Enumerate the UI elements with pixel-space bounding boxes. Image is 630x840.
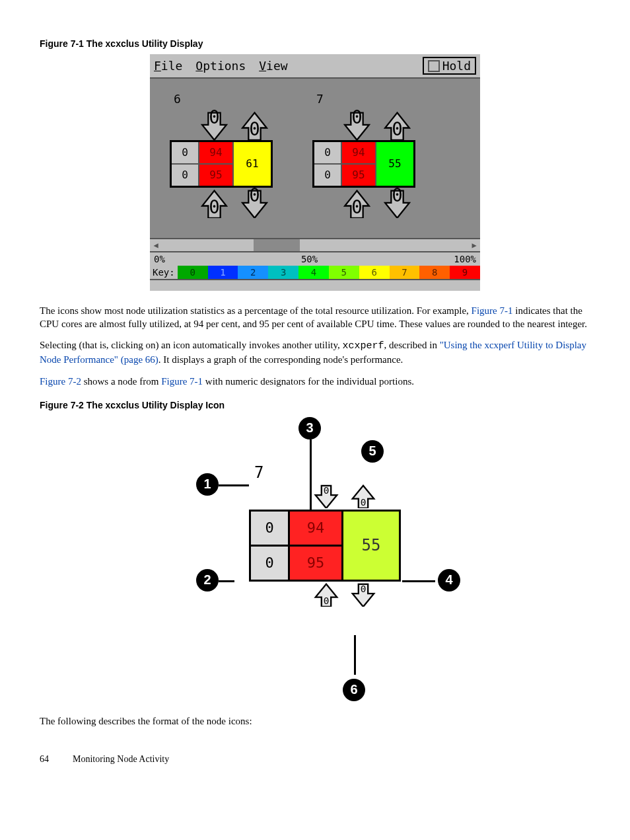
svg-text:0: 0 (351, 196, 363, 217)
key-swatch-3: 3 (268, 266, 298, 279)
leader-line (402, 580, 435, 582)
key-swatch-2: 2 (238, 266, 268, 279)
node-area: 6 0 0 0 0 94 95 61 0 (150, 79, 480, 238)
svg-text:0: 0 (209, 110, 220, 128)
fig2-cpu-1: 95 (290, 545, 341, 580)
fig2-bottom-arrows: 0 0 (289, 583, 401, 607)
menu-file[interactable]: File (154, 59, 182, 73)
menu-options[interactable]: Options (195, 59, 246, 73)
node-7-cpu-0: 94 (342, 142, 375, 163)
node-6-mem: 61 (232, 142, 271, 186)
fig2-mem: 55 (341, 512, 399, 580)
paragraph-3: Figure 7-2 shows a node from Figure 7-1 … (40, 375, 590, 388)
callout-5: 5 (361, 440, 384, 463)
leader-line (354, 635, 356, 675)
fig2-node: 7 0 0 0 0 94 95 55 0 0 (249, 463, 401, 607)
scale-mid: 50% (301, 254, 318, 264)
section-title: Monitoring Node Activity (73, 754, 169, 765)
scale-row: 0% 50% 100% (150, 252, 480, 266)
key-row: Key: 0123456789 (150, 266, 480, 279)
node-6-cpu-1: 95 (199, 163, 232, 186)
callout-4: 4 (438, 569, 460, 592)
key-swatch-7: 7 (390, 266, 420, 279)
paragraph-2: Selecting (that is, clicking on) an icon… (40, 338, 590, 367)
key-swatch-8: 8 (419, 266, 450, 279)
figure-7-2-caption: Figure 7-2 The xcxclus Utility Display I… (40, 400, 590, 410)
key-swatch-1: 1 (208, 266, 238, 279)
svg-text:0: 0 (209, 196, 220, 217)
svg-text:0: 0 (361, 584, 367, 594)
svg-text:0: 0 (361, 497, 367, 508)
callout-1: 1 (196, 473, 219, 496)
scale-max: 100% (454, 254, 476, 264)
fig2-node-id: 7 (254, 463, 401, 482)
link-figure-7-1-b[interactable]: Figure 7-1 (161, 376, 203, 387)
key-swatch-0: 0 (178, 266, 208, 279)
menu-bar: File Options View Hold (150, 54, 480, 79)
figure-7-1-caption: Figure 7-1 The xcxclus Utility Display (40, 38, 590, 49)
scroll-right-icon[interactable]: ▶ (468, 239, 480, 251)
callout-6: 6 (343, 679, 365, 701)
svg-text:0: 0 (392, 118, 403, 139)
svg-text:0: 0 (249, 118, 260, 139)
node-7-body: 0 0 94 95 55 (312, 140, 415, 188)
hold-checkbox-icon (428, 60, 440, 72)
horizontal-scrollbar[interactable]: ◀ ▶ (150, 238, 480, 252)
paragraph-1: The icons show most node utilization sta… (40, 304, 590, 331)
node-7[interactable]: 7 0 0 0 0 94 95 55 0 (312, 92, 415, 218)
node-6-io-1: 0 (172, 163, 198, 186)
callout-2: 2 (196, 569, 219, 592)
key-swatch-9: 9 (450, 266, 480, 279)
node-7-bottom-arrows: 0 0 (339, 188, 415, 218)
svg-text:0: 0 (324, 485, 330, 496)
node-6-top-arrows: 0 0 (196, 110, 273, 140)
node-6-id: 6 (174, 92, 273, 106)
key-swatch-5: 5 (329, 266, 359, 279)
node-7-top-arrows: 0 0 (339, 110, 415, 140)
link-figure-7-2[interactable]: Figure 7-2 (40, 376, 81, 387)
page-footer: 64 Monitoring Node Activity (40, 754, 590, 765)
hold-button[interactable]: Hold (423, 57, 476, 75)
node-7-io-0: 0 (314, 142, 341, 163)
svg-text:0: 0 (392, 188, 403, 206)
window-bottom (150, 279, 480, 291)
node-7-io-1: 0 (314, 163, 341, 186)
fig2-io-1: 0 (251, 545, 288, 580)
node-7-id: 7 (316, 92, 415, 106)
figure-7-1: File Options View Hold 6 0 0 0 0 (40, 54, 590, 291)
node-6-cpu-0: 94 (199, 142, 232, 163)
scale-min: 0% (154, 254, 165, 264)
leader-line (219, 580, 234, 582)
key-label: Key: (150, 266, 178, 279)
xcxclus-window: File Options View Hold 6 0 0 0 0 (150, 54, 480, 291)
key-swatch-4: 4 (298, 266, 329, 279)
node-6-body: 0 0 94 95 61 (170, 140, 273, 188)
node-7-mem: 55 (375, 142, 413, 186)
key-swatch-6: 6 (359, 266, 390, 279)
fig2-cpu-0: 94 (290, 512, 341, 545)
leader-line (219, 484, 249, 486)
scroll-track[interactable] (162, 239, 468, 251)
code-xcxperf: xcxperf (343, 340, 384, 352)
svg-text:0: 0 (324, 595, 330, 606)
figure-7-2: 1 2 3 4 5 6 7 0 0 0 0 94 (40, 417, 590, 701)
callout-3: 3 (298, 417, 321, 439)
menu-view[interactable]: View (259, 59, 287, 73)
page-number: 64 (40, 754, 59, 765)
fig2-top-arrows: 0 0 (289, 484, 401, 508)
scroll-thumb[interactable] (254, 239, 300, 251)
fig2-io-0: 0 (251, 512, 288, 545)
node-7-cpu-1: 95 (342, 163, 375, 186)
paragraph-4: The following describes the format of th… (40, 714, 590, 728)
node-6[interactable]: 6 0 0 0 0 94 95 61 0 (170, 92, 273, 218)
hold-label: Hold (442, 59, 471, 73)
link-figure-7-1[interactable]: Figure 7-1 (472, 305, 513, 316)
key-swatches: 0123456789 (178, 266, 480, 279)
svg-text:0: 0 (351, 110, 363, 128)
svg-text:0: 0 (249, 188, 260, 206)
node-6-bottom-arrows: 0 0 (196, 188, 273, 218)
node-6-io-0: 0 (172, 142, 198, 163)
scroll-left-icon[interactable]: ◀ (150, 239, 162, 251)
